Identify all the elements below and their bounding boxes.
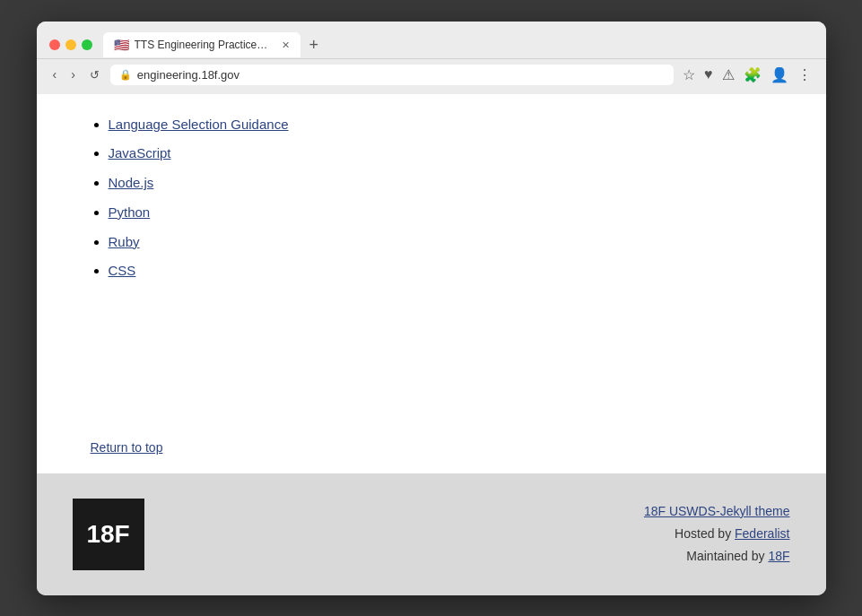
theme-line: 18F USWDS-Jekyll theme <box>644 500 790 523</box>
active-tab[interactable]: 🇺🇸 TTS Engineering Practices Gui… ✕ <box>103 32 300 57</box>
nav-link[interactable]: Language Selection Guidance <box>109 117 289 132</box>
nav-list: Language Selection GuidanceJavaScriptNod… <box>91 112 772 285</box>
title-bar-top: 🇺🇸 TTS Engineering Practices Gui… ✕ + <box>49 32 814 58</box>
back-button[interactable]: ‹ <box>49 65 61 83</box>
heart-icon[interactable]: ♥ <box>702 65 715 84</box>
menu-icon[interactable]: ⋮ <box>796 65 814 85</box>
federalist-link[interactable]: Federalist <box>735 526 789 541</box>
list-item: Node.js <box>109 170 772 196</box>
18f-link[interactable]: 18F <box>768 549 789 563</box>
browser-window: 🇺🇸 TTS Engineering Practices Gui… ✕ + ‹ … <box>37 22 826 595</box>
list-item: CSS <box>109 258 772 284</box>
tab-bar: 🇺🇸 TTS Engineering Practices Gui… ✕ + <box>103 32 814 58</box>
tab-flag-icon: 🇺🇸 <box>114 38 129 52</box>
url-bar[interactable]: 🔒 engineering.18f.gov <box>110 65 674 85</box>
refresh-button[interactable]: ↺ <box>86 66 103 83</box>
warning-icon[interactable]: ⚠ <box>720 65 736 85</box>
page-content: Language Selection GuidanceJavaScriptNod… <box>37 94 826 403</box>
nav-link[interactable]: Node.js <box>109 175 154 190</box>
footer-logo: 18F <box>73 499 144 570</box>
nav-link[interactable]: JavaScript <box>109 145 171 161</box>
nav-link[interactable]: Python <box>109 204 151 220</box>
tab-label: TTS Engineering Practices Gui… <box>135 39 273 51</box>
toolbar-right: ☆ ♥ ⚠ 🧩 👤 ⋮ <box>681 65 814 85</box>
list-item: Python <box>109 200 772 226</box>
list-item: Language Selection Guidance <box>109 112 772 138</box>
list-item: Ruby <box>109 230 772 256</box>
forward-button[interactable]: › <box>67 65 79 83</box>
tab-close-icon[interactable]: ✕ <box>282 39 290 51</box>
maintained-by-line: Maintained by 18F <box>644 545 790 568</box>
lock-icon: 🔒 <box>119 69 132 81</box>
minimize-button[interactable] <box>65 39 76 50</box>
nav-link[interactable]: Ruby <box>109 234 140 249</box>
nav-link[interactable]: CSS <box>109 263 136 278</box>
extensions-icon[interactable]: 🧩 <box>742 65 763 85</box>
theme-link[interactable]: 18F USWDS-Jekyll theme <box>644 504 790 518</box>
list-item: JavaScript <box>109 141 772 167</box>
address-bar: ‹ › ↺ 🔒 engineering.18f.gov ☆ ♥ ⚠ 🧩 👤 ⋮ <box>37 59 826 94</box>
bookmark-icon[interactable]: ☆ <box>681 65 697 85</box>
footer-right: 18F USWDS-Jekyll theme Hosted by Federal… <box>644 500 790 568</box>
url-text: engineering.18f.gov <box>137 68 239 82</box>
title-bar: 🇺🇸 TTS Engineering Practices Gui… ✕ + <box>37 22 826 59</box>
footer: 18F 18F USWDS-Jekyll theme Hosted by Fed… <box>37 473 826 595</box>
avatar-icon[interactable]: 👤 <box>769 65 790 85</box>
new-tab-button[interactable]: + <box>304 32 325 58</box>
maximize-button[interactable] <box>82 39 92 50</box>
return-to-top-section: Return to top <box>37 403 826 473</box>
return-to-top-link[interactable]: Return to top <box>91 440 163 455</box>
traffic-lights <box>49 39 92 50</box>
close-button[interactable] <box>49 39 60 50</box>
maintained-by-label: Maintained by <box>686 549 768 563</box>
hosted-by-label: Hosted by <box>675 526 735 541</box>
hosted-by-line: Hosted by Federalist <box>644 523 790 545</box>
